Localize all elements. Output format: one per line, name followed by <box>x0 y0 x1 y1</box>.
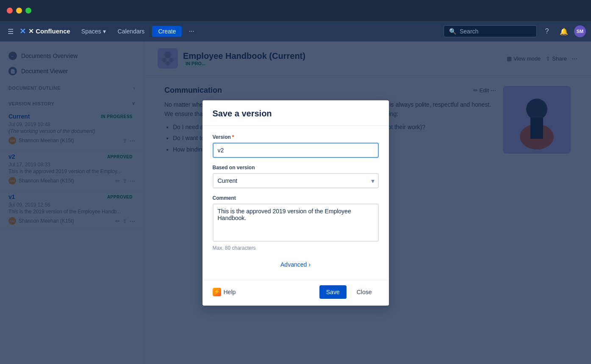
help-section: ⚡ Help <box>213 288 236 296</box>
navbar: ☰ ✕ ✕ Confluence Spaces ▾ Calendars Crea… <box>0 21 591 41</box>
help-icon: ⚡ <box>213 288 221 296</box>
version-label: Version * <box>213 134 379 140</box>
save-button[interactable]: Save <box>319 285 347 299</box>
title-bar <box>0 0 591 21</box>
version-input[interactable] <box>213 143 379 158</box>
help-icon: ? <box>545 28 549 35</box>
search-icon: 🔍 <box>449 28 456 35</box>
comment-label: Comment <box>213 195 379 201</box>
modal-title: Save a version <box>213 109 379 119</box>
confluence-logo: ✕ ✕ Confluence <box>19 27 70 36</box>
maximize-button[interactable] <box>25 8 31 14</box>
search-bar[interactable]: 🔍 Search <box>444 25 537 37</box>
modal-footer: ⚡ Help Save Close <box>203 280 389 306</box>
help-button[interactable]: ? <box>540 25 554 38</box>
user-avatar[interactable]: SM <box>574 25 586 37</box>
char-limit-label: Max. 80 characters <box>213 245 379 251</box>
based-on-field-group: Based on version Current v2 v1 ▾ <box>213 165 379 188</box>
advanced-section: Advanced › <box>213 258 379 271</box>
based-on-label: Based on version <box>213 165 379 171</box>
advanced-link[interactable]: Advanced › <box>280 261 311 268</box>
based-on-select[interactable]: Current v2 v1 <box>213 173 379 188</box>
close-button[interactable] <box>7 8 13 14</box>
spaces-label: Spaces <box>81 28 101 35</box>
more-nav-button[interactable]: ··· <box>185 26 197 37</box>
modal-body: Version * Based on version Current v2 v1 <box>203 126 389 280</box>
calendars-menu[interactable]: Calendars <box>114 26 149 36</box>
comment-textarea[interactable]: This is the approved 2019 version of the… <box>213 204 379 242</box>
version-field-group: Version * <box>213 134 379 158</box>
minimize-button[interactable] <box>16 8 22 14</box>
confluence-icon: ✕ <box>19 27 26 36</box>
spaces-chevron-icon: ▾ <box>103 28 106 35</box>
advanced-chevron-icon: › <box>308 261 311 268</box>
close-button[interactable]: Close <box>350 285 379 299</box>
spaces-menu[interactable]: Spaces ▾ <box>77 26 110 36</box>
help-label: Help <box>224 289 236 295</box>
notifications-button[interactable]: 🔔 <box>557 25 571 38</box>
confluence-name: ✕ Confluence <box>28 28 70 35</box>
hamburger-menu[interactable]: ☰ <box>5 26 16 37</box>
advanced-label: Advanced <box>280 261 307 268</box>
comment-field-group: Comment This is the approved 2019 versio… <box>213 195 379 251</box>
modal-overlay: Save a version Version * Based on versio… <box>0 41 591 364</box>
based-on-select-wrapper: Current v2 v1 ▾ <box>213 173 379 188</box>
calendars-label: Calendars <box>118 28 145 35</box>
main-layout: ← Documents Overview 📄 Document Viewer D… <box>0 41 591 364</box>
save-version-modal: Save a version Version * Based on versio… <box>203 100 389 306</box>
create-button[interactable]: Create <box>152 26 182 37</box>
required-indicator: * <box>232 134 234 140</box>
bell-icon: 🔔 <box>560 28 568 36</box>
footer-actions: Save Close <box>319 285 379 299</box>
modal-header: Save a version <box>203 100 389 126</box>
search-placeholder: Search <box>460 28 478 35</box>
